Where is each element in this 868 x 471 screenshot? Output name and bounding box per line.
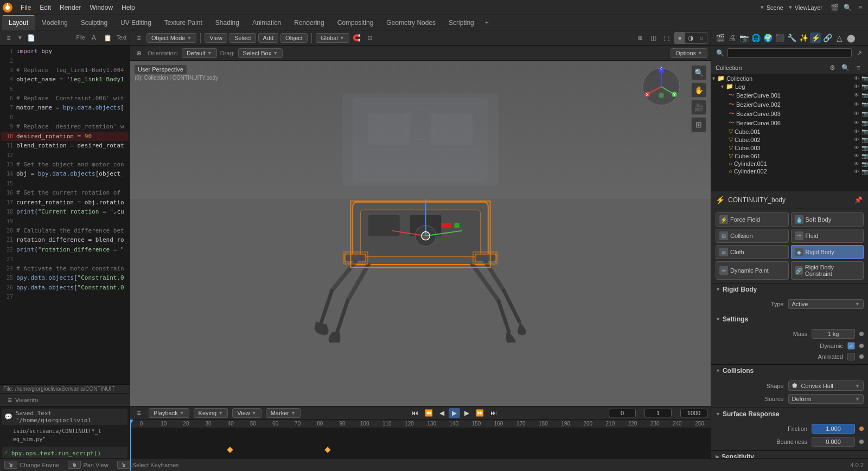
prev-keyframe-btn[interactable]: ◀ <box>437 408 446 418</box>
menu-edit[interactable]: Edit <box>35 3 55 12</box>
view-dropdown[interactable]: View ▼ <box>232 408 261 418</box>
fluid-btn[interactable]: 〜 Fluid <box>791 229 864 243</box>
menu-window[interactable]: Window <box>85 3 117 12</box>
dynamic-checkbox[interactable]: ✓ <box>847 342 855 350</box>
bounciness-value[interactable]: 0.000 <box>812 437 855 447</box>
tab-sculpting[interactable]: Sculpting <box>74 15 114 30</box>
particles-props-icon[interactable]: ✨ <box>798 33 809 43</box>
editor-new-btn[interactable]: 📄 <box>26 33 37 43</box>
options-btn[interactable]: Options ▼ <box>671 48 707 58</box>
add-menu-btn[interactable]: Add <box>258 33 279 43</box>
proportional-btn[interactable]: ⊙ <box>365 33 375 43</box>
material-props-icon[interactable]: ⬤ <box>846 33 857 43</box>
outliner-item-beziercurve006[interactable]: 〜 BezierCurve.006 👁 📷 <box>711 118 868 127</box>
mass-dot[interactable] <box>859 332 864 336</box>
expand-icon[interactable]: ↗ <box>854 48 865 59</box>
view-menu[interactable]: View <box>15 397 28 403</box>
cloth-btn[interactable]: ≋ Cloth <box>716 245 789 259</box>
scene-props-icon[interactable]: 🌐 <box>750 33 761 43</box>
current-frame-input[interactable] <box>609 409 636 417</box>
shape-dropdown[interactable]: ⬟ Convex Hull ▼ <box>788 380 864 391</box>
info-menu[interactable]: ≡ <box>4 395 15 405</box>
next-keyframe-btn[interactable]: ▶ <box>462 408 471 418</box>
tab-compositing[interactable]: Compositing <box>331 15 380 30</box>
collisions-section-header[interactable]: ▼ Collisions <box>711 364 868 377</box>
collision-btn[interactable]: ⊞ Collision <box>716 229 789 243</box>
outliner-item-collection[interactable]: ▼ 📁 Collection 👁 📷 <box>711 74 868 82</box>
outliner-item-cube061[interactable]: ▽ Cube.061 👁 📷 <box>711 152 868 160</box>
filter-icon[interactable]: ≡ <box>855 2 866 13</box>
outliner-item-leg[interactable]: ▼ 📁 Leg 👁 📷 <box>711 82 868 91</box>
search-icon[interactable]: 🔍 <box>842 2 853 13</box>
rendered-shading-btn[interactable]: ○ <box>696 33 707 43</box>
start-frame-input[interactable] <box>644 409 672 417</box>
navigation-gizmo[interactable]: Z Y X <box>642 67 681 106</box>
editor-menu-btn[interactable]: ≡ <box>3 33 14 43</box>
rigid-body-btn[interactable]: ◆ Rigid Body <box>791 245 864 259</box>
pin-icon[interactable]: 📌 <box>853 195 864 205</box>
outliner-filter-btn[interactable]: ≡ <box>853 62 864 73</box>
outliner-item-cylinder001[interactable]: ○ Cylinder.001 👁 📷 <box>711 160 868 167</box>
constraints-props-icon[interactable]: 🔗 <box>822 33 833 43</box>
tab-modeling[interactable]: Modeling <box>35 15 74 30</box>
dynamic-paint-btn[interactable]: ✏ Dynamic Paint <box>716 261 789 280</box>
tab-geometry-nodes[interactable]: Geometry Nodes <box>380 15 442 30</box>
world-props-icon[interactable]: 🌍 <box>762 33 773 43</box>
render-props-icon[interactable]: 🎬 <box>714 33 725 43</box>
zoom-in-tool[interactable]: 🔍 <box>691 65 706 80</box>
friction-value[interactable]: 1.000 <box>812 424 855 434</box>
select-box-dropdown[interactable]: Select Box ▼ <box>238 48 283 58</box>
outliner-search-icon[interactable]: 🔍 <box>840 62 851 73</box>
rigid-body-section-header[interactable]: ▼ Rigid Body <box>711 283 868 295</box>
add-workspace-button[interactable]: + <box>481 18 493 28</box>
menu-file[interactable]: File <box>16 3 35 12</box>
outliner-item-beziercurve001[interactable]: 〜 BezierCurve.001 👁 📷 <box>711 91 868 100</box>
keying-dropdown[interactable]: Keying ▼ <box>194 408 228 418</box>
animated-checkbox[interactable] <box>847 353 855 360</box>
tab-texture-paint[interactable]: Texture Paint <box>158 15 209 30</box>
3d-viewport-scene[interactable]: User Perspective (0): Collection | CONTI… <box>130 61 711 406</box>
render-icon[interactable]: 🎬 <box>829 2 840 13</box>
object-menu-btn[interactable]: Object <box>280 33 308 43</box>
select-menu-btn[interactable]: Select <box>229 33 256 43</box>
force-field-btn[interactable]: ⚡ Force Field <box>716 212 789 227</box>
overlay-btn[interactable]: ◫ <box>648 33 659 43</box>
marker-dropdown[interactable]: Marker ▼ <box>266 408 301 418</box>
playback-dropdown[interactable]: Playback ▼ <box>149 408 189 418</box>
cursor-tool[interactable]: ⊕ <box>133 48 144 59</box>
view-layer-props-icon[interactable]: 📷 <box>738 33 749 43</box>
animated-dot[interactable] <box>859 354 864 359</box>
pan-tool[interactable]: ✋ <box>691 82 706 98</box>
camera-tool[interactable]: ⊞ <box>691 117 706 132</box>
dynamic-dot[interactable] <box>859 344 864 348</box>
outliner-item-cube001[interactable]: ▽ Cube.001 👁 📷 <box>711 127 868 136</box>
editor-templates-btn[interactable]: 📋 <box>103 33 113 43</box>
xray-btn[interactable]: ⬚ <box>661 33 672 43</box>
friction-dot[interactable] <box>859 427 864 431</box>
surface-response-section-header[interactable]: ▼ Surface Response <box>711 408 868 420</box>
scene-selector[interactable]: ▼ Scene <box>760 4 783 11</box>
data-props-icon[interactable]: △ <box>834 33 845 43</box>
object-mode-dropdown[interactable]: Object Mode ▼ <box>146 33 196 43</box>
jump-end-btn[interactable]: ⏭ <box>488 408 499 418</box>
mass-value[interactable]: 1 kg <box>812 329 855 339</box>
editor-format-btn[interactable]: A <box>88 33 99 43</box>
tab-uv-editing[interactable]: UV Editing <box>114 15 158 30</box>
tab-layout[interactable]: Layout <box>2 15 35 30</box>
modifier-props-icon[interactable]: 🔧 <box>786 33 797 43</box>
transform-orientation[interactable]: Global ▼ <box>316 33 349 43</box>
jump-start-btn[interactable]: ⏮ <box>410 408 420 418</box>
gizmo-btn[interactable]: ⊕ <box>635 33 646 43</box>
outliner-item-cube003[interactable]: ▽ Cube.003 👁 📷 <box>711 144 868 152</box>
output-props-icon[interactable]: 🖨 <box>726 33 737 43</box>
outliner-item-beziercurve002[interactable]: 〜 BezierCurve.002 👁 📷 <box>711 100 868 109</box>
tab-shading[interactable]: Shading <box>209 15 246 30</box>
prev-frame-btn[interactable]: ⏪ <box>423 408 435 418</box>
play-btn[interactable]: ▶ <box>449 408 460 418</box>
menu-help[interactable]: Help <box>117 3 139 12</box>
end-frame-input[interactable] <box>680 409 707 417</box>
view-menu-btn[interactable]: View <box>205 33 227 43</box>
info-menu-label[interactable]: Info <box>28 397 38 403</box>
soft-body-btn[interactable]: 💧 Soft Body <box>791 212 864 227</box>
outliner-item-cylinder002[interactable]: ○ Cylinder.002 👁 📷 <box>711 167 868 175</box>
